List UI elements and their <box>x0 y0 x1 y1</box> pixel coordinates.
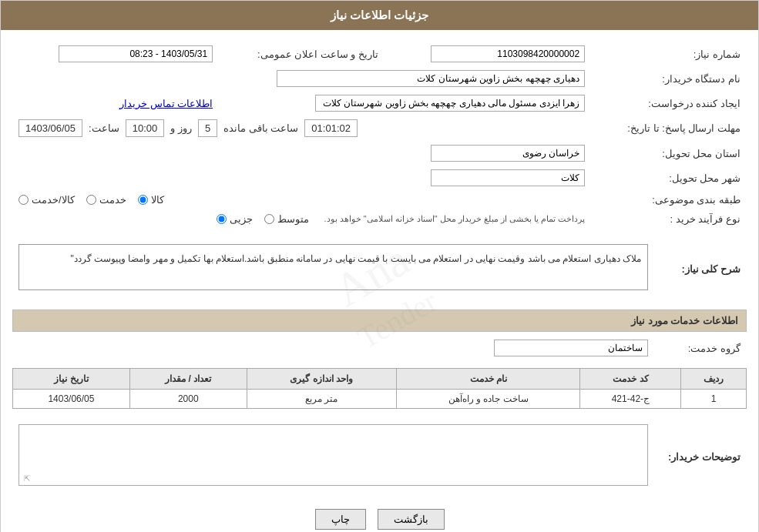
page-title: جزئیات اطلاعات نیاز <box>331 8 428 22</box>
delivery-province-label: استان محل تحویل: <box>591 141 747 166</box>
service-group-value <box>12 336 654 360</box>
category-kala-khidmat: کالا/خدمت <box>18 194 75 206</box>
radio-kala-khidmat[interactable] <box>18 195 29 205</box>
announcement-date-input[interactable] <box>59 45 213 62</box>
response-deadline-row: 01:01:02 ساعت باقی مانده 5 روز و 10:00 س… <box>12 115 591 141</box>
delivery-province-input[interactable] <box>431 145 585 162</box>
time-value: 10:00 <box>126 119 165 137</box>
announcement-date-label: تاریخ و ساعت اعلان عمومی: <box>219 42 385 66</box>
purchase-motavasset: متوسط <box>264 213 309 225</box>
delivery-city-input[interactable] <box>431 169 585 186</box>
days-value: 5 <box>198 119 217 137</box>
delivery-province-value <box>12 141 591 166</box>
service-group-table: گروه خدمت: <box>12 336 747 360</box>
category-khedmat: خدمت <box>86 194 126 206</box>
description-cell: ملاک دهیاری استعلام می باشد وقیمت نهایی … <box>12 236 654 302</box>
response-deadline-label: مهلت ارسال پاسخ: تا تاریخ: <box>591 115 747 141</box>
purchase-type-label: نوع فرآیند خرید : <box>591 209 747 229</box>
announcement-date-value <box>12 42 219 66</box>
buyer-org-input[interactable] <box>277 70 585 87</box>
col-quantity: تعداد / مقدار <box>129 369 247 390</box>
description-text: ملاک دهیاری استعلام می باشد وقیمت نهایی … <box>18 244 648 290</box>
service-group-input[interactable] <box>494 340 648 356</box>
buyer-org-value <box>12 66 591 91</box>
resize-handle: ⇱ <box>21 474 30 483</box>
time-label: ساعت: <box>89 122 119 134</box>
radio-motavasset[interactable] <box>264 214 274 224</box>
radio-khedmat[interactable] <box>86 195 96 205</box>
buyer-notes-label: توضیحات خریدار: <box>654 417 747 497</box>
requester-input[interactable] <box>315 95 585 112</box>
purchase-type-row: متوسط جزیی پرداخت تمام یا بخشی از مبلغ خ… <box>12 209 591 229</box>
cell-service-code: ج-42-421 <box>580 390 681 409</box>
col-date: تاریخ نیاز <box>13 369 130 390</box>
contact-link[interactable]: اطلاعات تماس خریدار <box>119 98 213 109</box>
remaining-time-value: 01:01:02 <box>304 119 358 137</box>
requester-label: ایجاد کننده درخواست: <box>591 91 747 115</box>
remaining-label: ساعت باقی مانده <box>223 122 298 134</box>
page-header: جزئیات اطلاعات نیاز <box>1 1 758 30</box>
need-number-label: شماره نیاز: <box>591 42 747 66</box>
requester-value <box>219 91 591 115</box>
buyer-notes-cell: ⇱ <box>12 417 654 497</box>
table-row: 1 ج-42-421 ساخت جاده و راه‌آهن متر مربع … <box>13 390 747 409</box>
days-label: روز و <box>170 122 192 134</box>
buyer-notes-area[interactable]: ⇱ <box>18 424 648 486</box>
action-buttons: بازگشت چاپ <box>12 509 747 530</box>
category-label: طبقه بندی موضوعی: <box>591 190 747 209</box>
need-number-input[interactable] <box>431 45 585 62</box>
buyer-org-label: نام دستگاه خریدار: <box>591 66 747 91</box>
radio-kala[interactable] <box>138 195 148 205</box>
description-label: شرح کلی نیاز: <box>654 236 747 302</box>
need-number-value <box>385 42 591 66</box>
col-unit: واحد اندازه گیری <box>247 369 396 390</box>
services-header: اطلاعات خدمات مورد نیاز <box>12 309 747 332</box>
cell-row-num: 1 <box>681 390 747 409</box>
cell-service-name: ساخت جاده و راه‌آهن <box>397 390 580 409</box>
cell-unit: متر مربع <box>247 390 396 409</box>
cell-date: 1403/06/05 <box>13 390 130 409</box>
radio-jozi[interactable] <box>217 214 227 224</box>
services-data-table: ردیف کد خدمت نام خدمت واحد اندازه گیری ت… <box>12 368 747 409</box>
delivery-city-value <box>12 166 591 190</box>
back-button[interactable]: بازگشت <box>378 509 445 530</box>
category-options: کالا/خدمت خدمت کالا <box>12 190 591 209</box>
delivery-city-label: شهر محل تحویل: <box>591 166 747 190</box>
service-group-label: گروه خدمت: <box>654 336 747 360</box>
date-value: 1403/06/05 <box>18 119 82 137</box>
category-kala: کالا <box>138 194 164 206</box>
purchase-type-note: پرداخت تمام یا بخشی از مبلغ خریدار محل "… <box>324 214 586 224</box>
buyer-notes-table: توضیحات خریدار: ⇱ <box>12 417 747 497</box>
col-service-code: کد خدمت <box>580 369 681 390</box>
main-info-table: شماره نیاز: تاریخ و ساعت اعلان عمومی: نا… <box>12 42 747 229</box>
cell-quantity: 2000 <box>129 390 247 409</box>
print-button[interactable]: چاپ <box>315 509 366 530</box>
col-row-num: ردیف <box>681 369 747 390</box>
purchase-jozi: جزیی <box>217 213 253 225</box>
description-table: شرح کلی نیاز: ملاک دهیاری استعلام می باش… <box>12 236 747 302</box>
col-service-name: نام خدمت <box>397 369 580 390</box>
